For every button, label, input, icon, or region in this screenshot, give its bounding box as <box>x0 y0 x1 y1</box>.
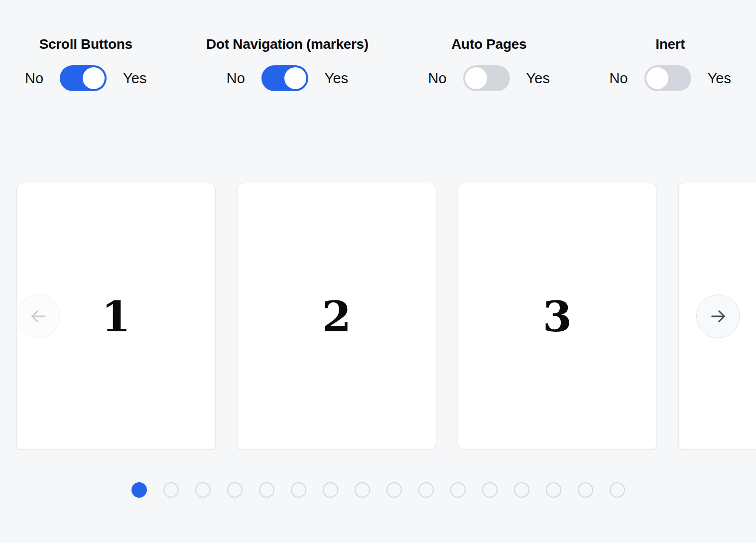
dot-marker-5[interactable] <box>259 482 274 498</box>
dot-marker-12[interactable] <box>482 482 498 498</box>
toggle-no-label: No <box>25 70 43 87</box>
dot-marker-4[interactable] <box>227 482 243 498</box>
toggle-yes-label: Yes <box>708 70 731 87</box>
dot-marker-14[interactable] <box>546 482 561 498</box>
toggle-row: No Yes <box>25 65 146 91</box>
control-title: Dot Navigation (markers) <box>206 36 369 53</box>
arrow-left-icon <box>28 306 49 327</box>
control-group-scroll-buttons: Scroll Buttons No Yes <box>25 36 146 91</box>
toggle-yes-label: Yes <box>325 70 348 87</box>
carousel-slide: 3 <box>458 183 657 450</box>
toggle-row: No Yes <box>428 65 550 91</box>
dot-marker-3[interactable] <box>195 482 211 498</box>
dot-marker-2[interactable] <box>163 482 179 498</box>
control-group-auto-pages: Auto Pages No Yes <box>428 36 550 91</box>
toggle-no-label: No <box>227 70 245 87</box>
dot-marker-11[interactable] <box>450 482 466 498</box>
dot-marker-8[interactable] <box>355 482 370 498</box>
arrow-right-icon <box>708 306 729 327</box>
toggle-row: No Yes <box>227 65 348 91</box>
control-title: Inert <box>655 36 685 53</box>
slide-number: 1 <box>102 292 130 341</box>
carousel: 1 2 3 <box>0 183 756 450</box>
carousel-track[interactable]: 1 2 3 <box>0 183 756 450</box>
dot-marker-15[interactable] <box>578 482 593 498</box>
control-group-inert: Inert No Yes <box>610 36 731 91</box>
dot-navigation-toggle[interactable] <box>261 65 308 91</box>
toggle-no-label: No <box>610 70 628 87</box>
controls-row: Scroll Buttons No Yes Dot Navigation (ma… <box>0 0 756 91</box>
dot-navigation <box>0 482 756 498</box>
toggle-no-label: No <box>428 70 447 87</box>
dot-marker-13[interactable] <box>514 482 529 498</box>
dot-marker-1[interactable] <box>131 482 147 498</box>
toggle-knob <box>465 67 487 89</box>
dot-marker-10[interactable] <box>418 482 434 498</box>
carousel-slide: 2 <box>237 183 436 450</box>
carousel-demo-page: Scroll Buttons No Yes Dot Navigation (ma… <box>0 0 756 498</box>
dot-marker-7[interactable] <box>323 482 338 498</box>
scroll-buttons-toggle[interactable] <box>60 65 107 91</box>
control-title: Auto Pages <box>451 36 526 53</box>
slide-number: 3 <box>543 292 572 341</box>
toggle-knob <box>646 67 668 89</box>
slide-number: 2 <box>322 292 351 341</box>
inert-toggle[interactable] <box>644 65 691 91</box>
auto-pages-toggle[interactable] <box>463 65 510 91</box>
prev-slide-button[interactable] <box>16 294 60 338</box>
next-slide-button[interactable] <box>696 294 740 338</box>
dot-marker-9[interactable] <box>386 482 402 498</box>
control-group-dot-navigation: Dot Navigation (markers) No Yes <box>206 36 369 91</box>
dot-marker-6[interactable] <box>291 482 306 498</box>
dot-marker-16[interactable] <box>610 482 625 498</box>
toggle-yes-label: Yes <box>526 70 550 87</box>
control-title: Scroll Buttons <box>39 36 132 53</box>
toggle-knob <box>284 67 306 89</box>
toggle-row: No Yes <box>610 65 731 91</box>
toggle-yes-label: Yes <box>123 70 146 87</box>
toggle-knob <box>83 67 105 89</box>
